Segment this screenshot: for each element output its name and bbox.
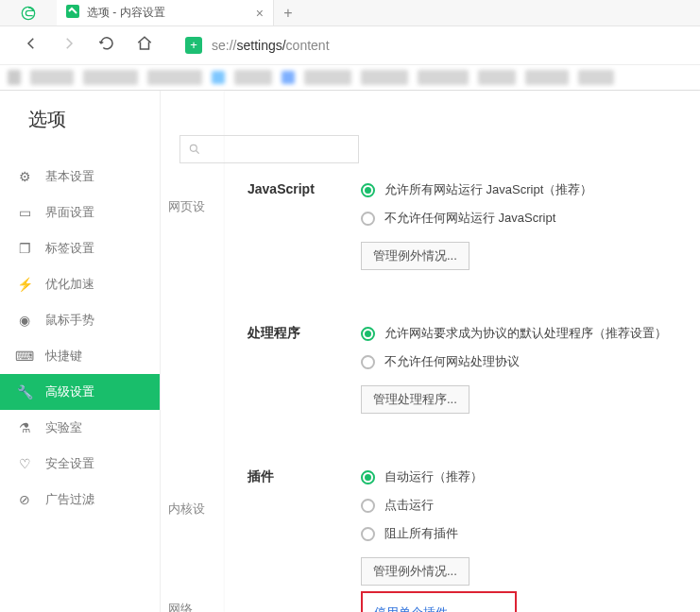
security-shield-icon — [185, 37, 202, 54]
sidebar-item-shortcut[interactable]: ⌨快捷键 — [0, 338, 160, 374]
setting-title-plugin: 插件 — [248, 468, 361, 612]
tab-favicon — [66, 5, 79, 21]
highlight-box: 停用单个插件... — [361, 591, 517, 612]
nav-controls — [23, 35, 153, 57]
bolt-icon: ⚡ — [17, 277, 32, 292]
sidebar-item-adblock[interactable]: ⊘广告过滤 — [0, 482, 160, 518]
browser-logo — [0, 0, 57, 26]
sidebar-item-tabs[interactable]: ❐标签设置 — [0, 230, 160, 266]
setting-handler: 处理程序 允许网站要求成为协议的默认处理程序（推荐设置） 不允许任何网站处理协议… — [248, 325, 700, 414]
radio-js-block[interactable]: 不允许任何网站运行 JavaScript — [361, 210, 700, 227]
browser-tab[interactable]: 选项 - 内容设置 × — [57, 0, 274, 26]
new-tab-button[interactable]: + — [274, 0, 302, 26]
radio-label: 自动运行（推荐） — [384, 468, 483, 485]
search-input[interactable] — [179, 135, 359, 163]
button-js-exceptions[interactable]: 管理例外情况... — [361, 242, 470, 270]
sidebar-item-label: 快捷键 — [45, 348, 82, 365]
section-web-content: 网页设 — [161, 191, 225, 223]
title-bar: 选项 - 内容设置 × + — [0, 0, 700, 26]
block-icon: ⊘ — [17, 492, 32, 507]
radio-icon — [361, 212, 375, 226]
shield-icon: ♡ — [17, 456, 32, 471]
sidebar-item-label: 优化加速 — [45, 276, 94, 293]
sidebar-item-label: 标签设置 — [45, 240, 94, 257]
sidebar-item-security[interactable]: ♡安全设置 — [0, 446, 160, 482]
mouse-icon: ◉ — [17, 313, 32, 328]
radio-label: 允许网站要求成为协议的默认处理程序（推荐设置） — [384, 325, 667, 342]
section-network: 网络 — [161, 593, 225, 612]
sidebar-item-ui[interactable]: ▭界面设置 — [0, 195, 160, 230]
radio-label: 不允许任何网站处理协议 — [384, 353, 520, 370]
home-icon[interactable] — [136, 35, 153, 57]
radio-label: 不允许任何网站运行 JavaScript — [384, 210, 555, 227]
window-icon: ▭ — [17, 205, 32, 220]
forward-icon[interactable] — [60, 35, 77, 57]
sidebar-item-lab[interactable]: ⚗实验室 — [0, 410, 160, 446]
sidebar-item-label: 安全设置 — [45, 455, 94, 472]
bookmarks-bar[interactable] — [0, 64, 700, 91]
page-title: 选项 — [28, 107, 66, 132]
sidebar-item-label: 界面设置 — [45, 204, 94, 221]
sidebar-item-basic[interactable]: ⚙基本设置 — [0, 159, 160, 195]
svg-point-2 — [190, 144, 196, 151]
back-icon[interactable] — [23, 35, 40, 57]
radio-label: 点击运行 — [384, 497, 434, 514]
gear-icon: ⚙ — [17, 169, 32, 184]
settings-page: 选项 ⚙基本设置 ▭界面设置 ❐标签设置 ⚡优化加速 ◉鼠标手势 ⌨快捷键 🔧高… — [0, 91, 700, 612]
sidebar-item-advanced[interactable]: 🔧高级设置 — [0, 374, 160, 410]
sidebar-item-speed[interactable]: ⚡优化加速 — [0, 266, 160, 302]
radio-label: 允许所有网站运行 JavaScript（推荐） — [384, 181, 592, 198]
radio-icon — [361, 499, 375, 513]
sidebar-item-label: 基本设置 — [45, 168, 94, 185]
tab-title: 选项 - 内容设置 — [87, 5, 248, 21]
section-labels: 网页设 内核设 网络 — [161, 91, 225, 612]
radio-icon — [361, 327, 375, 341]
sidebar-item-label: 鼠标手势 — [45, 312, 94, 329]
radio-label: 阻止所有插件 — [384, 525, 458, 542]
radio-plugin-click[interactable]: 点击运行 — [361, 497, 700, 514]
section-kernel: 内核设 — [161, 493, 225, 525]
setting-title-js: JavaScript — [248, 181, 361, 270]
toolbar: se://settings/content — [0, 26, 700, 64]
radio-icon — [361, 470, 375, 484]
setting-javascript: JavaScript 允许所有网站运行 JavaScript（推荐） 不允许任何… — [248, 181, 700, 270]
address-bar[interactable]: se://settings/content — [185, 37, 330, 54]
sidebar: 选项 ⚙基本设置 ▭界面设置 ❐标签设置 ⚡优化加速 ◉鼠标手势 ⌨快捷键 🔧高… — [0, 91, 161, 612]
radio-plugin-block[interactable]: 阻止所有插件 — [361, 525, 700, 542]
reload-icon[interactable] — [98, 35, 115, 57]
setting-plugin: 插件 自动运行（推荐） 点击运行 阻止所有插件 管理例外情况... 停用单个插件… — [248, 468, 700, 612]
sidebar-item-label: 广告过滤 — [45, 491, 94, 508]
sidebar-item-label: 实验室 — [45, 419, 82, 436]
radio-icon — [361, 355, 375, 369]
keyboard-icon: ⌨ — [17, 348, 32, 364]
sidebar-item-label: 高级设置 — [45, 383, 94, 400]
flask-icon: ⚗ — [17, 420, 32, 435]
radio-js-allow[interactable]: 允许所有网站运行 JavaScript（推荐） — [361, 181, 700, 198]
radio-handler-allow[interactable]: 允许网站要求成为协议的默认处理程序（推荐设置） — [361, 325, 700, 342]
radio-handler-block[interactable]: 不允许任何网站处理协议 — [361, 353, 700, 370]
url-text: se://settings/content — [212, 38, 330, 53]
sidebar-item-mouse[interactable]: ◉鼠标手势 — [0, 302, 160, 338]
tabs-icon: ❐ — [17, 241, 32, 256]
radio-plugin-auto[interactable]: 自动运行（推荐） — [361, 468, 700, 485]
radio-icon — [361, 527, 375, 541]
button-plugin-exceptions[interactable]: 管理例外情况... — [361, 557, 470, 586]
radio-icon — [361, 183, 375, 197]
svg-rect-1 — [66, 5, 79, 18]
search-icon — [188, 143, 201, 156]
wrench-icon: 🔧 — [17, 384, 32, 400]
link-disable-plugin[interactable]: 停用单个插件... — [374, 604, 458, 612]
side-nav: ⚙基本设置 ▭界面设置 ❐标签设置 ⚡优化加速 ◉鼠标手势 ⌨快捷键 🔧高级设置… — [0, 159, 160, 518]
button-handler-manage[interactable]: 管理处理程序... — [361, 385, 470, 414]
tab-close-icon[interactable]: × — [256, 6, 264, 21]
setting-title-handler: 处理程序 — [248, 325, 361, 414]
